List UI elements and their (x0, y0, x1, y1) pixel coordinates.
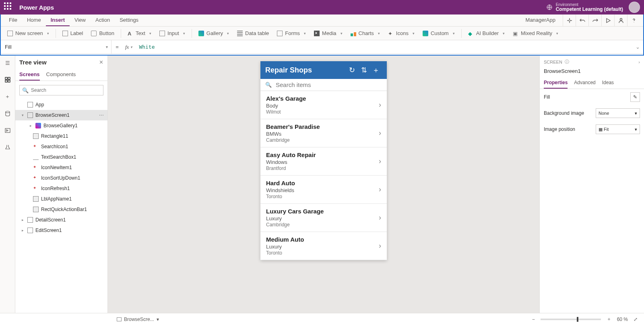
tab-properties[interactable]: Properties (544, 77, 568, 89)
chevron-right-icon: › (379, 157, 381, 166)
prop-imagepos-select[interactable]: ▦ Fit▾ (596, 124, 640, 134)
menu-file[interactable]: File (4, 14, 22, 26)
tree-node-rectangle[interactable]: Rectangle11 (15, 131, 107, 141)
formula-expand-icon[interactable]: ⌄ (632, 44, 643, 50)
list-item[interactable]: Hard AutoWindshieldsToronto› (260, 176, 387, 204)
play-preview-icon[interactable] (601, 14, 614, 26)
svg-rect-3 (5, 77, 7, 79)
ribbon-gallery[interactable]: Gallery (195, 29, 232, 38)
input-icon (159, 31, 165, 36)
left-rail: ☰ ＋ (0, 56, 15, 313)
fx-button[interactable]: fx▾ (123, 44, 135, 50)
ribbon-forms[interactable]: Forms (274, 29, 309, 38)
rail-hamburger-icon[interactable]: ☰ (3, 58, 12, 68)
ribbon-custom[interactable]: Custom (419, 29, 458, 38)
breadcrumb[interactable]: BrowseScre... ▾ (117, 317, 159, 322)
tree-node-detailscreen[interactable]: ▸DetailScreen1 (15, 215, 107, 225)
zoom-slider[interactable] (541, 319, 601, 320)
list-item[interactable]: Luxury Cars GarageLuxuryCambridge› (260, 204, 387, 232)
tree-node-gallery[interactable]: ▸BrowseGallery1 (15, 120, 107, 131)
tab-components[interactable]: Components (46, 69, 76, 81)
ribbon: New screen Label Button AText Input Gall… (1, 27, 643, 40)
redo-icon[interactable] (588, 14, 601, 26)
undo-icon[interactable] (576, 14, 588, 26)
rail-data-icon[interactable] (3, 109, 12, 118)
tree-node-editscreen[interactable]: ▸EditScreen1 (15, 225, 107, 236)
ribbon-icons[interactable]: ✦Icons (385, 29, 418, 38)
prop-fill-label: Fill (544, 94, 626, 100)
chevron-right-icon: › (379, 242, 381, 250)
canvas[interactable]: Repair Shops ↻ ⇅ ＋ 🔍 Alex's GarageBodyWi… (108, 56, 539, 313)
app-launcher-icon[interactable] (4, 2, 14, 12)
menu-home[interactable]: Home (22, 14, 46, 26)
formula-input[interactable]: White (135, 44, 632, 50)
tree-node-searchicon[interactable]: ✦SearchIcon1 (15, 141, 107, 152)
tree-search-input[interactable] (31, 87, 101, 93)
prop-bgimage-row: Background image None▾ (540, 105, 644, 121)
rail-tree-view-icon[interactable] (3, 75, 12, 85)
tree-node-iconsortupdown[interactable]: ✦IconSortUpDown1 (15, 173, 107, 183)
button-icon (91, 31, 97, 36)
refresh-icon[interactable]: ↻ (346, 66, 358, 75)
zoom-in-icon[interactable]: ＋ (605, 316, 613, 323)
ribbon-mixed-reality[interactable]: ▣Mixed Reality (510, 29, 561, 38)
tab-ideas[interactable]: Ideas (602, 77, 614, 89)
fit-to-screen-icon[interactable]: ⤢ (632, 317, 639, 322)
rail-insert-icon[interactable]: ＋ (3, 92, 12, 101)
list-item[interactable]: Alex's GarageBodyWilmot› (260, 91, 387, 119)
list-item[interactable]: Medium AutoLuxuryToronto› (260, 232, 387, 260)
tree-node-iconnewitem[interactable]: ✦IconNewItem1 (15, 162, 107, 173)
tree-node-app[interactable]: App (15, 99, 107, 110)
menu-settings[interactable]: Settings (115, 14, 143, 26)
tree-node-iconrefresh[interactable]: ✦IconRefresh1 (15, 183, 107, 194)
rail-media-icon[interactable] (3, 126, 12, 135)
property-selector[interactable]: Fill ▾ (1, 40, 111, 54)
ai-builder-icon: ◆ (468, 31, 474, 36)
tree-search[interactable]: 🔍 (19, 85, 103, 95)
ribbon-input[interactable]: Input (156, 29, 188, 38)
new-screen-icon (7, 31, 13, 36)
user-avatar[interactable] (629, 2, 640, 13)
prop-bgimage-select[interactable]: None▾ (596, 108, 640, 118)
add-icon[interactable]: ＋ (370, 65, 382, 75)
menu-view[interactable]: View (70, 14, 91, 26)
zoom-out-icon[interactable]: − (530, 317, 537, 322)
help-icon[interactable] (627, 14, 640, 26)
gallery-icon (198, 31, 204, 36)
tree-node-browsescreen[interactable]: ▾BrowseScreen1⋯ (15, 110, 107, 120)
ribbon-data-table[interactable]: Data table (234, 29, 272, 38)
ribbon-button[interactable]: Button (88, 29, 118, 38)
tree-node-lblappname[interactable]: LblAppName1 (15, 194, 107, 204)
list-item[interactable]: Beamer's ParadiseBMWsCambridge› (260, 119, 387, 147)
forms-icon (277, 31, 283, 36)
more-icon[interactable]: ⋯ (99, 112, 104, 118)
info-icon[interactable]: ⓘ (565, 59, 569, 65)
chevron-right-icon: › (379, 129, 381, 137)
ribbon-media[interactable]: Media (311, 29, 345, 38)
close-icon[interactable]: ✕ (99, 59, 103, 65)
share-icon[interactable] (614, 14, 627, 26)
tree-node-rectquickactionbar[interactable]: RectQuickActionBar1 (15, 204, 107, 215)
prop-fill-swatch[interactable]: ✎ (630, 92, 640, 102)
expand-panel-icon[interactable]: › (638, 60, 640, 64)
rail-tools-icon[interactable] (3, 143, 12, 152)
tree-node-textsearchbox[interactable]: TextSearchBox1 (15, 152, 107, 162)
ribbon-ai-builder[interactable]: ◆AI Builder (465, 29, 508, 38)
tab-screens[interactable]: Screens (19, 69, 40, 81)
charts-icon (351, 31, 356, 36)
property-selector-value: Fill (5, 44, 12, 50)
tab-advanced[interactable]: Advanced (574, 77, 595, 89)
app-search-input[interactable] (276, 81, 382, 88)
menu-action[interactable]: Action (91, 14, 115, 26)
ribbon-new-screen[interactable]: New screen (4, 29, 52, 38)
ribbon-text[interactable]: AText (124, 29, 155, 38)
chevron-down-icon: ▾ (157, 317, 159, 322)
svg-point-1 (569, 20, 570, 21)
environment-picker[interactable]: Environment Competent Learning (default) (546, 2, 623, 12)
menu-insert[interactable]: Insert (46, 14, 70, 26)
app-checker-icon[interactable] (563, 14, 576, 26)
sort-icon[interactable]: ⇅ (358, 66, 370, 75)
ribbon-label[interactable]: Label (59, 29, 87, 38)
list-item[interactable]: Easy Auto RepairWindowsBrantford› (260, 147, 387, 176)
ribbon-charts[interactable]: Charts (347, 29, 383, 38)
